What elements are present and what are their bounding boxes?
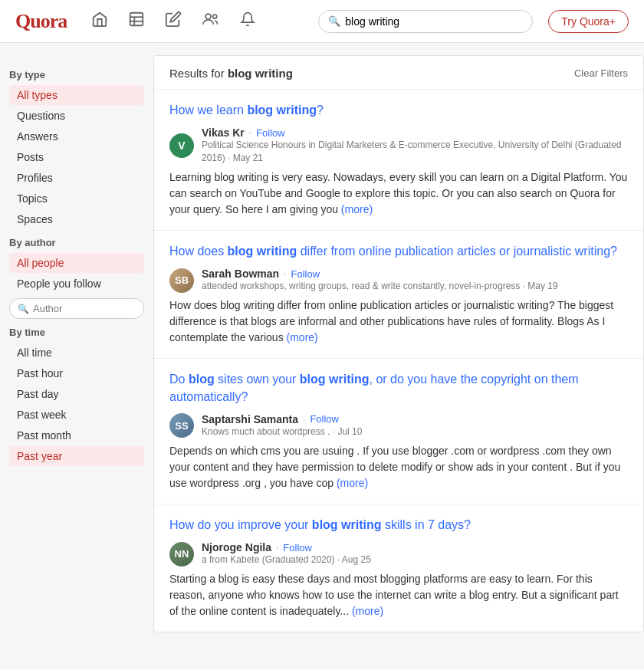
result-item-3: Do blog sites own your blog writing, or … [154,359,643,504]
author-search-icon: 🔍 [18,304,29,314]
home-icon[interactable] [88,8,111,34]
sidebar-item-past-year[interactable]: Past year [9,446,144,466]
try-quora-button[interactable]: Try Quora+ [548,10,629,33]
author-name-2: Sarah Bowman [202,268,279,280]
author-row-2: SB Sarah Bowman · Follow attended worksh… [169,268,628,293]
result-item-2: How does blog writing differ from online… [154,231,643,359]
dot-sep-2: · [284,268,286,279]
author-meta-2: attended workshops, writing groups, read… [202,280,628,293]
more-link-3[interactable]: (more) [337,477,368,489]
sidebar-item-topics[interactable]: Topics [9,189,144,209]
svg-point-4 [205,14,211,19]
follow-button-3[interactable]: Follow [310,413,339,425]
more-link-4[interactable]: (more) [352,605,383,617]
author-meta-4: a from Kabete (Graduated 2020) · Aug 25 [202,553,628,567]
follow-button-1[interactable]: Follow [256,127,285,139]
author-name-3: Saptarshi Samanta [202,413,298,425]
main-layout: By type All types Questions Answers Post… [0,43,644,645]
author-search-input[interactable] [33,303,136,314]
sidebar-item-all-people[interactable]: All people [9,253,144,273]
edit-icon[interactable] [162,8,185,34]
author-meta-1: Political Science Honours in Digital Mar… [202,139,628,165]
avatar-2: SB [169,268,194,293]
svg-point-5 [213,15,217,18]
author-name-4: Njoroge Ngila [202,541,271,553]
result-item-4: How do you improve your blog writing ski… [154,504,643,632]
quora-logo[interactable]: Quora [15,10,67,33]
author-row-1: V Vikas Kr · Follow Political Science Ho… [169,126,628,165]
more-link-2[interactable]: (more) [287,331,318,343]
follow-button-2[interactable]: Follow [291,268,320,280]
result-text-3: Depends on which cms you are usuing . If… [169,443,628,491]
sidebar-item-answers[interactable]: Answers [9,126,144,146]
author-info-1: Vikas Kr · Follow Political Science Hono… [202,126,628,165]
sidebar-item-questions[interactable]: Questions [9,106,144,126]
sidebar-item-past-hour[interactable]: Past hour [9,363,144,383]
sidebar-item-past-month[interactable]: Past month [9,425,144,445]
follow-button-4[interactable]: Follow [283,542,312,553]
results-header: Results for blog writing Clear Filters [154,56,643,90]
author-name-row-3: Saptarshi Samanta · Follow [202,413,628,425]
author-name-row-2: Sarah Bowman · Follow [202,268,628,280]
more-link-1[interactable]: (more) [341,203,373,215]
result-question-3[interactable]: Do blog sites own your blog writing, or … [169,371,628,406]
author-row-3: SS Saptarshi Samanta · Follow Knows much… [169,413,628,438]
result-item: How we learn blog writing? V Vikas Kr · … [154,90,643,231]
author-info-4: Njoroge Ngila · Follow a from Kabete (Gr… [202,541,628,567]
search-bar[interactable]: 🔍 [318,10,533,33]
author-meta-3: Knows much about wordpress . · Jul 10 [202,425,628,438]
result-question-2[interactable]: How does blog writing differ from online… [169,243,628,260]
notifications-icon[interactable] [237,8,258,34]
by-author-section-title: By author [9,237,144,248]
dot-sep-4: · [276,542,278,553]
dot-sep-1: · [249,127,251,138]
search-icon: 🔍 [328,15,340,27]
sidebar-item-spaces[interactable]: Spaces [9,209,144,229]
author-name-row-4: Njoroge Ngila · Follow [202,541,628,553]
dot-sep-3: · [303,414,305,425]
people-icon[interactable] [199,8,223,34]
result-text-1: Learning blog writing is very easy. Nowa… [169,169,628,218]
by-type-section-title: By type [9,69,144,80]
app-header: Quora 🔍 Try Quora+ [0,0,644,43]
by-time-section-title: By time [9,327,144,338]
author-name-1: Vikas Kr [202,126,245,139]
result-text-4: Starting a blog is easy these days and m… [169,571,628,619]
result-question-4[interactable]: How do you improve your blog writing ski… [169,517,628,534]
author-search-container[interactable]: 🔍 [9,298,144,319]
search-input[interactable] [345,15,523,28]
clear-filters-button[interactable]: Clear Filters [574,67,628,79]
sidebar-item-people-follow[interactable]: People you follow [9,274,144,294]
sidebar-item-past-week[interactable]: Past week [9,405,144,425]
feed-icon[interactable] [125,8,148,34]
sidebar-item-posts[interactable]: Posts [9,147,144,167]
results-area: Results for blog writing Clear Filters H… [153,55,644,632]
avatar-1: V [169,133,194,158]
sidebar-item-all-time[interactable]: All time [9,343,144,363]
author-info-2: Sarah Bowman · Follow attended workshops… [202,268,628,293]
author-row-4: NN Njoroge Ngila · Follow a from Kabete … [169,541,628,567]
avatar-4: NN [169,542,194,567]
sidebar: By type All types Questions Answers Post… [0,55,153,632]
result-text-2: How does blog writing differ from online… [169,297,628,346]
svg-rect-0 [130,13,143,26]
sidebar-item-all-types[interactable]: All types [9,85,144,105]
author-name-row-1: Vikas Kr · Follow [202,126,628,139]
sidebar-item-profiles[interactable]: Profiles [9,168,144,188]
main-nav [88,8,303,34]
avatar-3: SS [169,413,194,438]
result-question-1[interactable]: How we learn blog writing? [169,102,628,119]
results-title: Results for blog writing [169,67,293,80]
author-info-3: Saptarshi Samanta · Follow Knows much ab… [202,413,628,438]
sidebar-item-past-day[interactable]: Past day [9,384,144,404]
